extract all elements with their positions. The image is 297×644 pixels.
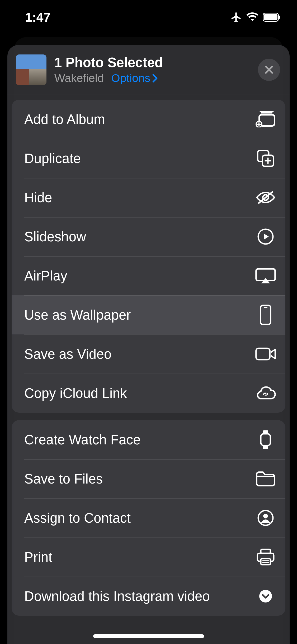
chevron-right-icon xyxy=(152,74,158,82)
video-icon xyxy=(255,347,276,361)
svg-rect-19 xyxy=(261,559,270,565)
battery-icon xyxy=(263,13,281,22)
status-time: 1:47 xyxy=(25,10,50,25)
action-label: AirPlay xyxy=(24,268,67,284)
action-print[interactable]: Print xyxy=(12,537,285,577)
svg-rect-18 xyxy=(261,549,270,553)
action-label: Save to Files xyxy=(24,471,103,487)
svg-rect-14 xyxy=(261,434,270,445)
album-add-icon xyxy=(255,111,276,127)
action-label: Use as Wallpaper xyxy=(24,307,131,323)
action-label: Copy iCloud Link xyxy=(24,385,127,401)
chevron-circle-icon xyxy=(255,589,276,603)
status-bar: 1:47 xyxy=(0,0,297,34)
action-save-as-video[interactable]: Save as Video xyxy=(12,334,285,374)
sheet-header: 1 Photo Selected Wakefield Options xyxy=(7,45,290,94)
person-circle-icon xyxy=(255,510,276,526)
action-use-as-wallpaper[interactable]: Use as Wallpaper xyxy=(12,295,285,334)
action-label: Hide xyxy=(24,190,52,205)
header-title: 1 Photo Selected xyxy=(54,55,250,71)
close-icon xyxy=(264,65,274,75)
header-titles: 1 Photo Selected Wakefield Options xyxy=(54,55,250,85)
status-icons xyxy=(230,11,281,23)
close-button[interactable] xyxy=(258,59,280,81)
action-duplicate[interactable]: Duplicate xyxy=(12,139,285,178)
options-link[interactable]: Options xyxy=(111,72,158,85)
action-create-watch-face[interactable]: Create Watch Face xyxy=(12,420,285,459)
airplay-icon xyxy=(255,268,276,283)
photo-thumbnail[interactable] xyxy=(16,54,46,85)
eye-slash-icon xyxy=(255,190,276,205)
action-label: Assign to Contact xyxy=(24,510,131,526)
airplane-icon xyxy=(230,11,242,23)
action-copy-icloud-link[interactable]: Copy iCloud Link xyxy=(12,374,285,413)
action-label: Save as Video xyxy=(24,346,112,362)
action-list: Add to Album Duplicate Hide Slideshow xyxy=(7,94,290,616)
svg-point-20 xyxy=(259,590,272,602)
svg-point-16 xyxy=(263,514,268,518)
share-sheet: 1 Photo Selected Wakefield Options Add t… xyxy=(7,45,290,644)
action-download-instagram-video[interactable]: Download this Instagram video xyxy=(12,577,285,616)
folder-icon xyxy=(255,471,276,486)
svg-rect-1 xyxy=(264,14,277,20)
action-label: Duplicate xyxy=(24,151,81,166)
cloud-link-icon xyxy=(255,386,276,401)
watch-icon xyxy=(255,430,276,449)
action-label: Download this Instagram video xyxy=(24,588,210,604)
home-indicator[interactable] xyxy=(93,634,204,638)
action-slideshow[interactable]: Slideshow xyxy=(12,217,285,256)
play-circle-icon xyxy=(255,228,276,245)
duplicate-icon xyxy=(255,150,276,167)
svg-rect-11 xyxy=(261,305,271,324)
phone-icon xyxy=(255,305,276,325)
action-group: Add to Album Duplicate Hide Slideshow xyxy=(12,100,285,413)
action-add-to-album[interactable]: Add to Album xyxy=(12,100,285,139)
action-hide[interactable]: Hide xyxy=(12,178,285,217)
action-assign-to-contact[interactable]: Assign to Contact xyxy=(12,498,285,537)
action-label: Print xyxy=(24,549,52,565)
print-icon xyxy=(255,549,276,565)
action-airplay[interactable]: AirPlay xyxy=(12,256,285,295)
wifi-icon xyxy=(246,12,258,22)
svg-rect-13 xyxy=(256,348,270,360)
action-label: Slideshow xyxy=(24,229,86,245)
header-subtitle: Wakefield xyxy=(54,72,104,85)
action-save-to-files[interactable]: Save to Files xyxy=(12,459,285,498)
options-link-label: Options xyxy=(111,72,150,85)
svg-rect-2 xyxy=(279,16,280,19)
action-label: Create Watch Face xyxy=(24,432,141,448)
svg-rect-12 xyxy=(264,307,267,308)
action-group: Create Watch Face Save to Files Assign t… xyxy=(12,420,285,616)
action-label: Add to Album xyxy=(24,112,105,127)
